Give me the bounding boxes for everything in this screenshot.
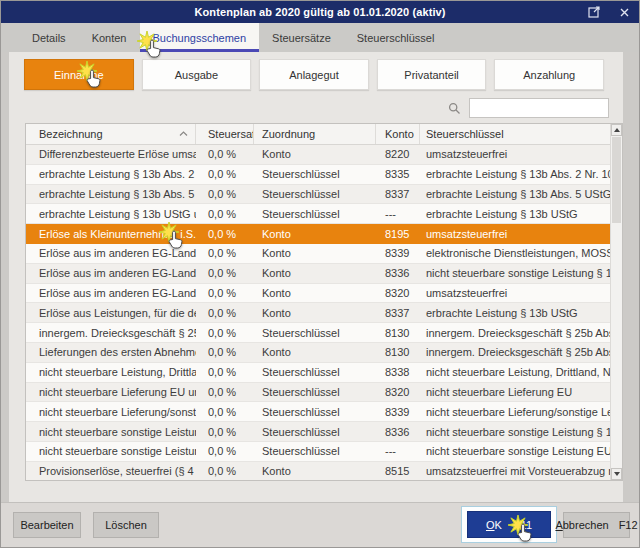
table-row[interactable]: innergem. Dreiecksgeschäft § 25b Abs. 2.…	[26, 323, 610, 343]
loeschen-button[interactable]: Löschen	[93, 512, 159, 538]
column-header-konto[interactable]: Konto	[376, 124, 420, 144]
cell-text: Steuerschlüssel	[262, 445, 340, 457]
category-button-anlagegut[interactable]: Anlagegut	[259, 59, 369, 90]
column-header-bezeichnung[interactable]: Bezeichnung	[26, 124, 196, 144]
cell-text: Konto	[262, 228, 291, 240]
cell-text: innergem. Dreiecksgeschäft § 25b Abs. 2.…	[39, 327, 196, 339]
cell-bezeichnung: nicht steuerbare Lieferung/sonstige Leis…	[26, 402, 196, 421]
bearbeiten-button[interactable]: Bearbeiten	[13, 512, 81, 538]
category-button-einnahme[interactable]: Einnahme	[24, 59, 134, 90]
open-in-new-window-icon[interactable]	[585, 4, 603, 20]
cell-steuerschluessel: erbrachte Leistung § 13b UStG	[420, 303, 610, 322]
cell-zuordnung: Steuerschlüssel	[254, 323, 376, 342]
table-row[interactable]: nicht steuerbare Leistung, Drittland, Ne…	[26, 363, 610, 383]
cell-steuersatz: 0,0 %	[196, 303, 254, 322]
column-header-steuersatz[interactable]: Steuersatz	[196, 124, 254, 144]
cell-steuersatz: 0,0 %	[196, 422, 254, 441]
titlebar: Kontenplan ab 2020 gültig ab 01.01.2020 …	[1, 1, 639, 23]
cell-zuordnung: Konto	[254, 145, 376, 164]
tab-label: Details	[32, 32, 66, 44]
cell-steuersatz: 0,0 %	[196, 402, 254, 421]
cell-bezeichnung: Differenzbesteuerte Erlöse umsatzsteuer.…	[26, 145, 196, 164]
cell-text: nicht steuerbare Leistung, Drittland, Ne…	[39, 366, 196, 378]
scroll-up-icon[interactable]	[611, 124, 622, 136]
cell-steuerschluessel: nicht steuerbare Lieferung EU	[420, 383, 610, 402]
scroll-down-icon[interactable]	[611, 468, 622, 480]
cell-zuordnung: Steuerschlüssel	[254, 442, 376, 461]
ok-label: OK	[486, 519, 502, 531]
cell-bezeichnung: Erlöse als Kleinunternehmer i.S.d. §19 A…	[26, 224, 196, 243]
table-row-selected[interactable]: Erlöse als Kleinunternehmer i.S.d. §19 A…	[26, 224, 610, 244]
cell-text: 0,0 %	[208, 366, 236, 378]
buchungsschema-table: BezeichnungSteuersatzZuordnungKontoSteue…	[25, 123, 623, 481]
tab-details[interactable]: Details	[19, 23, 79, 52]
vertical-scrollbar[interactable]	[610, 124, 622, 480]
cell-steuersatz: 0,0 %	[196, 165, 254, 184]
table-row[interactable]: nicht steuerbare sonstige Leistung EU u.…	[26, 442, 610, 462]
cell-text: 0,0 %	[208, 228, 236, 240]
column-header-steuerschlussel[interactable]: Steuerschlüssel	[420, 124, 610, 144]
table-header: BezeichnungSteuersatzZuordnungKontoSteue…	[26, 124, 610, 145]
cell-zuordnung: Steuerschlüssel	[254, 383, 376, 402]
cell-konto: 8336	[376, 264, 420, 283]
dialog-content: EinnahmeAusgabeAnlagegutPrivatanteilAnza…	[1, 52, 639, 502]
ok-button[interactable]: OK F11	[467, 511, 551, 538]
table-row[interactable]: Provisionserlöse, steuerfrei (§ 4 Nr. 5 …	[26, 462, 610, 480]
cell-konto: 8337	[376, 185, 420, 204]
cell-bezeichnung: nicht steuerbare sonstige Leistung EU u.…	[26, 442, 196, 461]
cell-konto: ---	[376, 442, 420, 461]
search-row	[448, 98, 609, 118]
table-row[interactable]: nicht steuerbare sonstige Leistung § 18b…	[26, 422, 610, 442]
cell-text: Provisionserlöse, steuerfrei (§ 4 Nr. 5 …	[39, 465, 196, 477]
cell-text: nicht steuerbare sonstige Leistung EU	[426, 445, 610, 457]
table-row[interactable]: erbrachte Leistung § 13b Abs. 2 Nr. 10 U…	[26, 165, 610, 185]
category-button-ausgabe[interactable]: Ausgabe	[142, 59, 252, 90]
cell-text: Steuerschlüssel	[262, 386, 340, 398]
cell-text: nicht steuerbare Lieferung/sonstige Leis…	[39, 406, 196, 418]
scrollbar-thumb[interactable]	[612, 137, 621, 223]
abbrechen-button[interactable]: Abbrechen F12	[563, 512, 630, 538]
cell-steuersatz: 0,0 %	[196, 383, 254, 402]
tab-konten[interactable]: Konten	[79, 23, 140, 52]
cell-text: Steuerschlüssel	[262, 208, 340, 220]
table-row[interactable]: Lieferungen des ersten Abnehmers bei i..…	[26, 343, 610, 363]
cell-zuordnung: Steuerschlüssel	[254, 185, 376, 204]
cell-text: nicht steuerbare sonstige Leistung § 18b…	[426, 426, 610, 438]
cell-text: Erlöse aus Leistungen, für die der Leist…	[39, 307, 196, 319]
search-input[interactable]	[469, 98, 609, 118]
column-header-zuordnung[interactable]: Zuordnung	[254, 124, 376, 144]
cell-zuordnung: Steuerschlüssel	[254, 363, 376, 382]
cell-zuordnung: Konto	[254, 303, 376, 322]
cell-steuersatz: 0,0 %	[196, 244, 254, 263]
table-row[interactable]: erbrachte Leistung § 13b UStG umsatzst..…	[26, 204, 610, 224]
cell-text: 0,0 %	[208, 445, 236, 457]
cell-zuordnung: Konto	[254, 264, 376, 283]
table-row[interactable]: Differenzbesteuerte Erlöse umsatzsteuer.…	[26, 145, 610, 165]
tab-steuerschlussel[interactable]: Steuerschlüssel	[344, 23, 448, 52]
cell-text: 0,0 %	[208, 346, 236, 358]
column-header-label: Steuersatz	[208, 128, 254, 140]
tab-buchungsschemen[interactable]: Buchungsschemen	[140, 23, 260, 52]
cell-steuerschluessel: elektronische Dienstleistungen, MOSS	[420, 244, 610, 263]
table-row[interactable]: Erlöse aus im anderen EG-Land steuerpf..…	[26, 284, 610, 304]
table-row[interactable]: Erlöse aus im anderen EG-Land steuerb...…	[26, 244, 610, 264]
table-row[interactable]: erbrachte Leistung § 13b Abs. 5 UStG, ü.…	[26, 185, 610, 205]
cell-text: Konto	[262, 287, 291, 299]
abbrechen-label: Abbrechen	[555, 519, 608, 531]
cell-text: Steuerschlüssel	[262, 327, 340, 339]
close-icon[interactable]	[615, 4, 633, 20]
category-button-privatanteil[interactable]: Privatanteil	[377, 59, 487, 90]
cell-text: 0,0 %	[208, 247, 236, 259]
table-row[interactable]: Erlöse aus Leistungen, für die der Leist…	[26, 303, 610, 323]
table-row[interactable]: nicht steuerbare Lieferung/sonstige Leis…	[26, 402, 610, 422]
cell-bezeichnung: nicht steuerbare sonstige Leistung § 18b…	[26, 422, 196, 441]
cell-bezeichnung: innergem. Dreiecksgeschäft § 25b Abs. 2.…	[26, 323, 196, 342]
table-row[interactable]: Erlöse aus im anderen EG-Land steuerpf..…	[26, 264, 610, 284]
tab-steuersatze[interactable]: Steuersätze	[259, 23, 344, 52]
cell-text: 8335	[385, 168, 409, 180]
table-row[interactable]: nicht steuerbare Lieferung EU umsatzste.…	[26, 383, 610, 403]
cell-konto: 8320	[376, 284, 420, 303]
cell-text: 8320	[385, 386, 409, 398]
category-button-anzahlung[interactable]: Anzahlung	[494, 59, 604, 90]
table-body: Differenzbesteuerte Erlöse umsatzsteuer.…	[26, 145, 610, 480]
